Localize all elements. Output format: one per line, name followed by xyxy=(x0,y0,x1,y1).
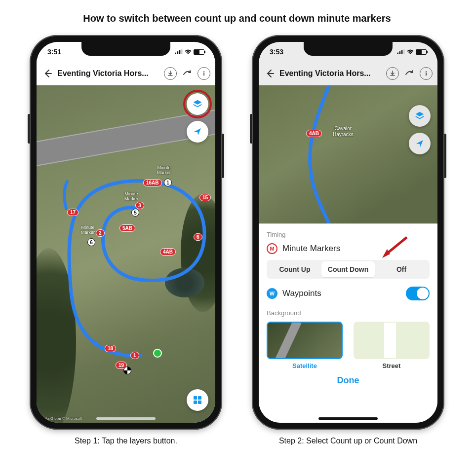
share-button[interactable] xyxy=(180,66,195,81)
map-view[interactable]: 16AB 15 17 3 5AB 2 6 4AB 18 1 19 Minute … xyxy=(37,85,215,423)
minute-marker-label: Minute Marker xyxy=(81,225,95,235)
annotation-circle xyxy=(183,90,212,118)
bg-option-label: Street xyxy=(383,362,401,369)
svg-rect-6 xyxy=(194,401,197,404)
status-time: 3:51 xyxy=(47,48,61,56)
svg-rect-1 xyxy=(177,51,179,54)
minute-marker-icon[interactable]: 6 xyxy=(87,238,95,246)
svg-rect-11 xyxy=(403,49,405,54)
cellular-icon xyxy=(175,49,183,54)
download-icon xyxy=(167,70,174,77)
share-icon xyxy=(182,69,192,78)
back-button[interactable] xyxy=(264,67,276,80)
background-section-label: Background xyxy=(267,309,430,317)
info-button[interactable]: i xyxy=(420,67,433,80)
svg-rect-7 xyxy=(198,401,201,404)
arrow-left-icon xyxy=(265,69,275,78)
phone-notch xyxy=(304,42,393,56)
waypoint-pill[interactable]: 1 xyxy=(130,352,139,359)
minute-marker-icon[interactable]: 5 xyxy=(131,209,139,217)
locate-button[interactable] xyxy=(187,121,208,143)
waypoints-row: W Waypoints xyxy=(267,287,430,300)
svg-rect-10 xyxy=(401,50,403,54)
map-header: Eventing Victoria Hors... i xyxy=(37,62,215,85)
status-indicators xyxy=(175,49,204,55)
phone-step-1: 3:51 Eventing Victoria Hors... xyxy=(30,35,222,445)
course-route xyxy=(259,85,437,223)
bg-option-satellite[interactable]: Satellite xyxy=(267,322,343,369)
header-title: Eventing Victoria Hors... xyxy=(279,69,383,78)
step-2-caption: Step 2: Select Count up or Count Down xyxy=(252,437,444,445)
page-title: How to switch between count up and count… xyxy=(0,13,474,24)
svg-rect-5 xyxy=(198,396,201,400)
step-1-caption: Step 1: Tap the layers button. xyxy=(30,437,222,445)
annotation-arrow-icon xyxy=(380,235,410,259)
svg-rect-0 xyxy=(175,53,177,54)
minute-marker-icon[interactable]: 1 xyxy=(164,179,172,186)
waypoint-pill[interactable]: 15 xyxy=(199,194,211,201)
minute-markers-label: Minute Markers xyxy=(282,244,340,254)
grid-button[interactable] xyxy=(187,389,208,411)
street-thumb xyxy=(354,322,430,359)
layers-sheet: Timing M Minute Markers Count Up Count D… xyxy=(259,223,437,423)
map-attribution: DigitalGlobe © Microsoft xyxy=(40,416,82,421)
arrow-left-icon xyxy=(43,69,53,78)
bg-option-street[interactable]: Street xyxy=(354,322,430,369)
wifi-icon xyxy=(407,49,414,54)
waypoint-pill[interactable]: 6 xyxy=(194,233,202,241)
minute-markers-icon: M xyxy=(267,243,277,254)
current-location-dot xyxy=(153,349,162,358)
info-button[interactable]: i xyxy=(198,67,210,80)
waypoint-pill[interactable]: 16AB xyxy=(143,179,162,186)
location-arrow-icon xyxy=(415,139,425,148)
battery-icon xyxy=(416,49,427,55)
seg-count-down[interactable]: Count Down xyxy=(321,261,375,277)
waypoints-toggle[interactable] xyxy=(406,287,430,300)
waypoint-pill[interactable]: 17 xyxy=(67,209,79,216)
download-icon xyxy=(389,70,396,77)
minute-markers-row: M Minute Markers xyxy=(267,243,430,254)
minute-marker-label: Minute Marker xyxy=(124,192,138,202)
seg-off[interactable]: Off xyxy=(375,261,428,277)
header-title: Eventing Victoria Hors... xyxy=(57,69,161,78)
waypoint-label: Cavalor Hayracks xyxy=(333,126,354,137)
status-time: 3:53 xyxy=(270,48,283,56)
finish-flag-icon xyxy=(123,366,131,374)
cellular-icon xyxy=(397,49,405,54)
svg-rect-9 xyxy=(399,51,401,54)
waypoints-icon: W xyxy=(267,288,277,299)
minute-markers-segment: Count Up Count Down Off xyxy=(267,260,430,279)
svg-rect-2 xyxy=(179,50,181,54)
status-indicators xyxy=(397,49,427,55)
waypoint-pill[interactable]: 5AB xyxy=(119,224,135,232)
wifi-icon xyxy=(185,49,192,54)
done-button[interactable]: Done xyxy=(267,369,430,392)
share-button[interactable] xyxy=(402,66,417,81)
seg-count-up[interactable]: Count Up xyxy=(268,261,321,277)
battery-icon xyxy=(194,49,204,55)
waypoints-label: Waypoints xyxy=(282,289,321,298)
share-icon xyxy=(404,69,414,78)
back-button[interactable] xyxy=(41,67,54,80)
waypoint-pill[interactable]: 2 xyxy=(96,229,105,237)
layers-icon xyxy=(414,110,425,121)
location-arrow-icon xyxy=(193,127,202,137)
waypoint-pill[interactable]: 18 xyxy=(105,345,116,352)
home-indicator[interactable] xyxy=(96,417,156,420)
layers-button[interactable] xyxy=(409,105,431,127)
phone-step-2: 3:53 Eventing Victoria Hors... xyxy=(252,35,444,445)
svg-rect-3 xyxy=(181,49,183,54)
home-indicator[interactable] xyxy=(318,417,378,420)
download-button[interactable] xyxy=(164,67,177,80)
waypoint-pill[interactable]: 4AB xyxy=(160,248,176,256)
svg-rect-4 xyxy=(194,396,197,400)
phone-notch xyxy=(81,42,170,56)
locate-button[interactable] xyxy=(409,133,431,154)
satellite-thumb xyxy=(267,322,343,359)
waypoint-pill[interactable]: 3 xyxy=(135,202,144,209)
minute-marker-label: Minute Marker xyxy=(157,166,171,176)
download-button[interactable] xyxy=(386,67,399,80)
map-view[interactable]: 4AB Cavalor Hayracks xyxy=(259,85,437,223)
map-header: Eventing Victoria Hors... i xyxy=(259,62,437,85)
waypoint-pill[interactable]: 4AB xyxy=(306,130,322,137)
